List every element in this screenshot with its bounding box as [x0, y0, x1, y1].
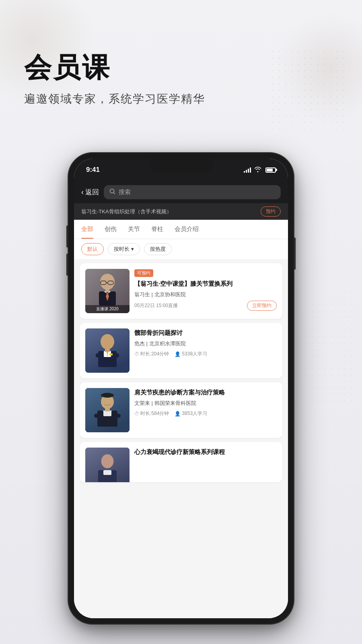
- course-thumb-2: [85, 328, 130, 373]
- signal-icon: [244, 167, 251, 173]
- notch: [149, 159, 213, 172]
- course-info-4: 心力衰竭现代诊疗新策略系列课程: [134, 448, 277, 477]
- course-title-1: 【翁习生·空中课堂】膝关节置换系列: [134, 279, 277, 288]
- course-title-2: 髋部骨折问题探讨: [134, 328, 277, 337]
- course-info-3: 肩关节疾患的诊断方案与治疗策略 文荣来 | 韩国荣来骨科医院 ⏱ 时长:584分…: [134, 388, 277, 432]
- search-bar[interactable]: 搜索: [104, 185, 281, 199]
- course-info-2: 髋部骨折问题探讨 危杰 | 北京积水潭医院 ⏱ 时长:204分钟 👤 5338人…: [134, 328, 277, 373]
- course-doctor-1: 翁习生 | 北京协和医院: [134, 291, 277, 298]
- status-time: 9:41: [86, 164, 100, 174]
- phone-button-volume-up: [66, 225, 68, 248]
- svg-rect-40: [103, 470, 111, 475]
- course-doctor-2: 危杰 | 北京积水潭医院: [134, 340, 277, 347]
- bg-dots-2: [290, 282, 354, 402]
- svg-point-38: [101, 454, 113, 468]
- filter-bar: 默认 按时长 ▾ 按热度: [74, 239, 288, 259]
- course-meta-2: ⏱ 时长:204分钟 👤 5338人学习: [134, 351, 277, 357]
- filter-default[interactable]: 默认: [81, 243, 104, 255]
- tab-spine[interactable]: 脊柱: [151, 220, 163, 239]
- course-card-2[interactable]: 髋部骨折问题探讨 危杰 | 北京积水潭医院 ⏱ 时长:204分钟 👤 5338人…: [80, 323, 282, 378]
- phone-frame-wrapper: 9:41: [68, 153, 294, 624]
- back-button[interactable]: ‹ 返回: [81, 188, 99, 197]
- people-icon: 👤: [175, 351, 181, 357]
- svg-rect-30: [113, 414, 121, 418]
- course-doctor-3: 文荣来 | 韩国荣来骨科医院: [134, 400, 277, 407]
- filter-popularity[interactable]: 按热度: [144, 243, 172, 255]
- tab-trauma[interactable]: 创伤: [105, 220, 117, 239]
- phone-button-volume-down: [66, 254, 68, 276]
- course-thumb-4: [85, 448, 130, 482]
- back-arrow-icon: ‹: [81, 188, 84, 196]
- svg-rect-34: [105, 408, 110, 411]
- filter-duration[interactable]: 按时长 ▾: [108, 243, 140, 255]
- duration-3: ⏱ 时长:584分钟: [134, 410, 169, 417]
- search-icon: [109, 188, 115, 196]
- back-label: 返回: [85, 188, 99, 197]
- course-meta-3: ⏱ 时长:584分钟 👤 3853人学习: [134, 410, 277, 417]
- course-time-1: 05月22日 15:00直播 立即预约: [134, 301, 277, 311]
- svg-rect-17: [112, 353, 119, 357]
- battery-icon: [265, 167, 276, 173]
- course-thumb-3: [85, 388, 130, 432]
- status-icons: [244, 165, 276, 173]
- svg-rect-29: [94, 414, 102, 418]
- course-info-1: 可预约 【翁习生·空中课堂】膝关节置换系列 翁习生 | 北京协和医院 05月22…: [134, 269, 277, 313]
- svg-rect-23: [109, 353, 113, 355]
- thumb-label-1: 直播课.2020: [85, 305, 130, 313]
- course-card-1[interactable]: 直播课.2020 可预约 【翁习生·空中课堂】膝关节置换系列 翁习生 | 北京协…: [80, 263, 282, 319]
- course-title-3: 肩关节疾患的诊断方案与治疗策略: [134, 388, 277, 396]
- banner-text: 翁习生-TKA骨组织处理（含手术视频）: [81, 208, 172, 215]
- hero-section: 会员课 遍邀领域专家，系统学习医学精华: [24, 52, 205, 107]
- learners-2: 👤 5338人学习: [175, 351, 207, 357]
- banner-reserve-button[interactable]: 预约: [261, 206, 281, 217]
- course-title-4: 心力衰竭现代诊疗新策略系列课程: [134, 448, 277, 456]
- course-card-3[interactable]: 肩关节疾患的诊断方案与治疗策略 文荣来 | 韩国荣来骨科医院 ⏱ 时长:584分…: [80, 382, 282, 438]
- phone-button-power: [294, 237, 296, 270]
- course-thumb-1: 直播课.2020: [85, 269, 130, 313]
- svg-rect-16: [96, 353, 103, 357]
- hero-title: 会员课: [24, 52, 205, 83]
- phone-screen: 9:41: [74, 159, 288, 618]
- header-bar: ‹ 返回 搜索: [74, 180, 288, 203]
- clock-icon: ⏱: [134, 351, 139, 357]
- course-tag-1: 可预约: [134, 269, 153, 277]
- clock-icon-3: ⏱: [134, 411, 139, 417]
- svg-rect-22: [105, 349, 110, 352]
- wifi-icon: [254, 167, 261, 173]
- svg-point-14: [101, 334, 114, 349]
- search-placeholder: 搜索: [119, 188, 131, 196]
- people-icon-3: 👤: [175, 411, 181, 417]
- bg-dots-1: [269, 48, 350, 129]
- tab-all[interactable]: 全部: [81, 220, 93, 239]
- svg-point-27: [101, 393, 114, 398]
- course-list: 直播课.2020 可预约 【翁习生·空中课堂】膝关节置换系列 翁习生 | 北京协…: [74, 259, 288, 486]
- course-banner: 翁习生-TKA骨组织处理（含手术视频） 预约: [74, 203, 288, 220]
- hero-subtitle: 遍邀领域专家，系统学习医学精华: [24, 91, 205, 107]
- learners-3: 👤 3853人学习: [175, 410, 207, 417]
- tab-bar: 全部 创伤 关节 脊柱 会员介绍: [74, 220, 288, 239]
- app-content: ‹ 返回 搜索 翁习生-TKA骨组织处理（含手术视频） 预约: [74, 180, 288, 618]
- tab-joint[interactable]: 关节: [128, 220, 140, 239]
- live-button-1[interactable]: 立即预约: [247, 301, 277, 311]
- tab-member-intro[interactable]: 会员介绍: [175, 220, 199, 239]
- course-card-4[interactable]: 心力衰竭现代诊疗新策略系列课程: [80, 442, 282, 482]
- duration-2: ⏱ 时长:204分钟: [134, 351, 169, 357]
- svg-point-3: [100, 274, 115, 290]
- svg-rect-9: [105, 289, 109, 292]
